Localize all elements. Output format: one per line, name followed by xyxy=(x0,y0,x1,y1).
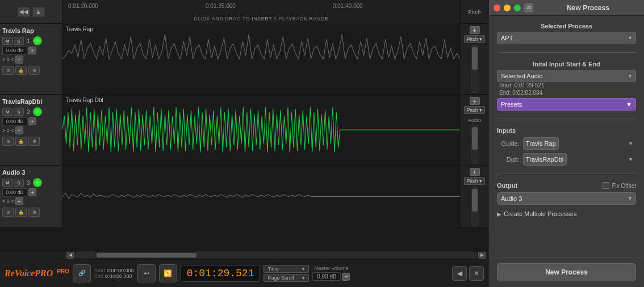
pitch-label-btn-3[interactable]: Pitch ▾ xyxy=(464,177,486,185)
master-volume-group: Master Volume 0.00 dB + xyxy=(312,265,350,281)
page-scroll-btn[interactable]: Page Scroll ▾ xyxy=(264,274,309,282)
track-solo-btn-3[interactable]: S xyxy=(14,179,24,187)
window-maximize-btn[interactable] xyxy=(514,5,521,11)
track-name-1: Travis Rap xyxy=(2,26,60,35)
timeline-marker-3: 0:01:40.000 xyxy=(333,3,363,9)
transport-btn-1[interactable]: ◀ xyxy=(452,266,467,281)
fix-offset-checkbox[interactable] xyxy=(603,182,609,189)
track-db-plus-3[interactable]: + xyxy=(28,188,36,196)
inputs-title: Inputs xyxy=(497,127,636,134)
track-waveform-2[interactable]: Travis Rap Dbl xyxy=(62,95,460,165)
dub-label: Dub: xyxy=(497,156,520,163)
end-value: 0:04:00.000 xyxy=(105,273,132,279)
track-mute-btn-1[interactable]: M xyxy=(2,37,12,45)
audio-side-label: Audio xyxy=(468,117,481,123)
waveform-svg-2 xyxy=(62,95,460,165)
presets-btn[interactable]: Presets ▼ xyxy=(497,98,636,111)
window-title: New Process xyxy=(537,4,639,12)
master-volume-value[interactable]: 0.00 dB xyxy=(312,272,341,281)
pitch-label-btn-2[interactable]: Pitch ▾ xyxy=(464,106,486,114)
track-row-1: Travis Rap M S 1 0.00 dB + > 0 < + ⊙ xyxy=(0,24,488,95)
link-btn[interactable]: 🔗 xyxy=(73,264,91,282)
output-label: Output xyxy=(497,182,517,189)
hscroll-row: ◀ ▶ xyxy=(0,251,488,259)
transport-btn-2[interactable]: ✕ xyxy=(469,266,484,281)
hscroll-right-btn[interactable]: ▶ xyxy=(478,252,486,259)
selected-process-select[interactable]: APT xyxy=(497,32,636,44)
track-pan-plus-1[interactable]: + xyxy=(15,56,23,64)
master-volume-label: Master Volume xyxy=(314,265,348,271)
pitch-scrollbar-2[interactable] xyxy=(471,125,478,164)
pitch-label-btn-1[interactable]: Pitch ▾ xyxy=(464,35,486,43)
time-display: Start 0:00:00.000 End 0:04:00.000 xyxy=(94,268,134,279)
time-mode-group: Time ▾ Page Scroll ▾ xyxy=(264,265,309,282)
timeline-arrow-up-btn[interactable]: ▲ xyxy=(32,7,45,17)
track-waveform-1[interactable]: Travis Rap xyxy=(62,24,460,94)
timeline-arrow-left-btn[interactable]: ◀◀ xyxy=(18,7,30,17)
timeline-marker-1: 0:01:30.000 xyxy=(68,3,98,9)
track-icon-input-1[interactable]: ⊙ xyxy=(2,66,14,75)
track-pan-plus-3[interactable]: + xyxy=(15,197,23,205)
track-row-2: TravisRapDbl M S 2 0.00 dB + > 0 < + ⊙ xyxy=(0,95,488,166)
guide-select[interactable]: Travis Rap xyxy=(523,137,559,150)
dub-select[interactable]: TravisRapDbl xyxy=(523,153,567,166)
fix-offset-label: Fix Offset xyxy=(612,183,636,189)
track-mute-btn-3[interactable]: M xyxy=(2,179,12,187)
pitch-add-btn-1[interactable]: + xyxy=(470,26,480,34)
create-multiple-row[interactable]: ▶ Create Multiple Processes xyxy=(497,210,636,217)
track-controls-3: Audio 3 M S 3 0.00 dB + > 0 < + ⊙ 🔒 xyxy=(0,166,62,227)
pitch-scrollbar-1[interactable] xyxy=(471,45,478,93)
waveform-svg-3 xyxy=(62,166,460,227)
guide-dropdown-wrap: Travis Rap ▼ xyxy=(523,137,636,150)
selected-process-section: Selected Process APT ▼ xyxy=(497,23,636,44)
track-icon-lock-3[interactable]: 🔒 xyxy=(15,208,27,217)
track-db-plus-2[interactable]: + xyxy=(28,117,36,125)
track-icon-input-2[interactable]: ⊙ xyxy=(2,137,14,146)
window-close-btn[interactable] xyxy=(494,5,500,11)
track-icon-input-3[interactable]: ⊙ xyxy=(2,208,14,217)
track-db-3[interactable]: 0.00 dB xyxy=(2,188,27,196)
master-volume-plus[interactable]: + xyxy=(342,273,350,281)
track-solo-btn-1[interactable]: S xyxy=(14,37,24,45)
create-multiple-triangle: ▶ xyxy=(497,211,501,217)
output-dropdown-row: Audio 3 ▼ xyxy=(497,192,636,205)
window-minimize-btn[interactable] xyxy=(504,5,511,11)
track-db-1[interactable]: 0.00 dB xyxy=(2,47,27,54)
hscroll-track[interactable] xyxy=(76,252,476,258)
timeline-marker-2: 0:01:35.000 xyxy=(206,3,236,9)
track-pan-plus-2[interactable]: + xyxy=(15,126,23,134)
guide-row: Guide: Travis Rap ▼ xyxy=(497,137,636,150)
track-db-plus-1[interactable]: + xyxy=(28,47,36,54)
selected-audio-select[interactable]: Selected Audio xyxy=(497,70,636,82)
track-icon-lock-2[interactable]: 🔒 xyxy=(15,137,27,146)
track-controls-1: Travis Rap M S 1 0.00 dB + > 0 < + ⊙ xyxy=(0,24,62,94)
pitch-add-btn-2[interactable]: + xyxy=(470,97,480,105)
track-icon-settings-2[interactable]: ⚙ xyxy=(28,137,40,146)
output-select[interactable]: Audio 3 xyxy=(497,192,636,205)
pitch-scrollbar-3[interactable] xyxy=(471,187,478,226)
track-name-3: Audio 3 xyxy=(2,168,60,177)
time-mode-btn[interactable]: Time ▾ xyxy=(264,265,309,273)
playback-hint: CLICK AND DRAG TO INSERT A PLAYBACK RANG… xyxy=(194,16,329,22)
track-solo-btn-2[interactable]: S xyxy=(14,108,24,116)
pitch-header-label: Pitch xyxy=(468,9,480,15)
selected-audio-dropdown-row: Selected Audio ▼ xyxy=(497,70,636,82)
start-time: Start: 0:01:29.521 xyxy=(499,82,634,88)
track-number-1: 1 xyxy=(25,38,32,44)
track-waveform-3[interactable] xyxy=(62,166,460,227)
play-btn[interactable]: 🔁 xyxy=(159,264,177,282)
window-app-icon: ⚙ xyxy=(524,3,533,12)
track-icon-settings-3[interactable]: ⚙ xyxy=(28,208,40,217)
process-panel: ⚙ New Process Selected Process APT ▼ Ini… xyxy=(488,0,644,287)
track-icon-settings-1[interactable]: ⚙ xyxy=(28,66,40,75)
rewind-btn[interactable]: ↩ xyxy=(137,264,156,282)
fix-offset-group: Fix Offset xyxy=(603,182,636,189)
track-mute-btn-2[interactable]: M xyxy=(2,108,12,116)
track-icon-lock-1[interactable]: 🔒 xyxy=(15,66,27,75)
hscroll-left-btn[interactable]: ◀ xyxy=(66,252,74,259)
new-process-btn[interactable]: New Process xyxy=(497,263,636,281)
start-value: 0:00:00.000 xyxy=(107,268,134,273)
pitch-add-btn-3[interactable]: + xyxy=(470,168,480,176)
track-db-2[interactable]: 0.00 dB xyxy=(2,117,27,125)
track-volume-indicator-1 xyxy=(33,36,42,45)
